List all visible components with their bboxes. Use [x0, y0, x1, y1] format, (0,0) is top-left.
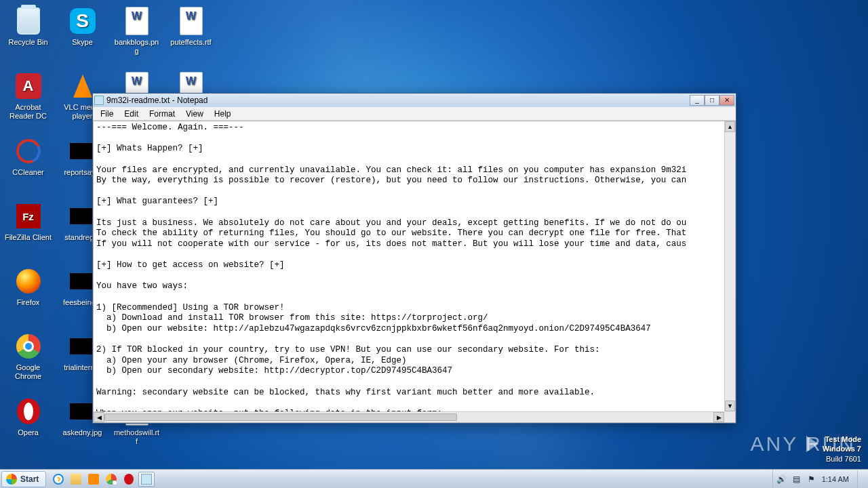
tray-sound-icon[interactable]: 🔊	[777, 474, 787, 484]
vertical-scrollbar[interactable]: ▲ ▼	[724, 121, 735, 411]
tray-network-icon[interactable]: ▤	[792, 474, 802, 484]
text-area-container: ---=== Welcome. Again. ===--- [+] Whats …	[93, 121, 736, 423]
window-title: 9m32i-readme.txt - Notepad	[106, 96, 690, 105]
notepad-window[interactable]: 9m32i-readme.txt - Notepad _ □ ✕ File Ed…	[92, 93, 736, 424]
ie-icon	[53, 474, 64, 485]
taskbar-opera[interactable]	[121, 472, 137, 487]
tray-flag-icon[interactable]: ⚑	[807, 474, 816, 484]
desktop-icon-firefox[interactable]: Firefox	[3, 263, 54, 328]
taskbar-chrome[interactable]	[103, 472, 119, 487]
menubar: File Edit Format View Help	[93, 107, 736, 121]
firefox-icon	[16, 269, 41, 293]
horizontal-scrollbar[interactable]: ◀ ▶	[94, 411, 724, 422]
desktop-icon-chrome[interactable]: Google Chrome	[3, 328, 54, 393]
menu-format[interactable]: Format	[144, 108, 180, 120]
windows-logo-icon	[6, 474, 17, 485]
menu-edit[interactable]: Edit	[119, 108, 143, 120]
taskbar-explorer[interactable]	[68, 472, 84, 487]
menu-file[interactable]: File	[96, 108, 118, 120]
desktop-icon-opera[interactable]: Opera	[3, 393, 54, 458]
start-button[interactable]: Start	[1, 471, 46, 487]
wmp-icon	[88, 474, 99, 485]
build-info: Test Mode Windows 7 Build 7601	[823, 434, 861, 464]
taskbar-notepad[interactable]	[138, 472, 155, 487]
scroll-corner	[724, 411, 735, 422]
desktop-icon-puteffects[interactable]: puteffects.rtf	[165, 3, 216, 68]
menu-help[interactable]: Help	[210, 108, 236, 120]
scroll-thumb[interactable]	[104, 413, 457, 421]
close-button[interactable]: ✕	[719, 95, 734, 106]
scroll-right-icon[interactable]: ▶	[713, 412, 724, 422]
taskbar: Start 🔊 ▤ ⚑ 1:14 AM	[0, 469, 868, 488]
window-buttons: _ □ ✕	[690, 95, 734, 106]
notepad-icon	[94, 96, 104, 105]
file-icon	[70, 273, 96, 289]
opera-icon	[17, 399, 40, 424]
show-desktop-button[interactable]	[857, 470, 864, 488]
file-icon	[70, 208, 96, 224]
vlc-icon	[73, 75, 92, 98]
folder-icon	[71, 474, 81, 485]
recycle-bin-icon	[17, 7, 40, 35]
chrome-icon	[106, 474, 117, 485]
desktop: Recycle Bin AAcrobat Reader DC CCleaner …	[0, 0, 868, 488]
text-area[interactable]: ---=== Welcome. Again. ===--- [+] Whats …	[94, 121, 724, 411]
scroll-down-icon[interactable]: ▼	[725, 401, 735, 411]
document-icon	[125, 7, 149, 35]
desktop-icon-ccleaner[interactable]: CCleaner	[3, 133, 54, 198]
taskbar-wmp[interactable]	[85, 472, 102, 487]
taskbar-ie[interactable]	[50, 472, 66, 487]
desktop-icon-skype[interactable]: SSkype	[57, 3, 108, 68]
minimize-button[interactable]: _	[690, 95, 705, 106]
tray-clock[interactable]: 1:14 AM	[822, 475, 849, 483]
play-icon	[806, 436, 818, 452]
titlebar[interactable]: 9m32i-readme.txt - Notepad _ □ ✕	[93, 94, 736, 107]
scroll-up-icon[interactable]: ▲	[725, 121, 735, 132]
menu-view[interactable]: View	[181, 108, 208, 120]
acrobat-icon: A	[16, 73, 41, 99]
notepad-icon	[141, 474, 152, 485]
desktop-icon-filezilla[interactable]: FzFileZilla Client	[3, 198, 54, 263]
file-icon	[70, 143, 96, 159]
filezilla-icon: Fz	[16, 204, 41, 228]
pinned-apps	[50, 472, 155, 487]
document-icon	[180, 7, 203, 35]
desktop-icon-acrobat[interactable]: AAcrobat Reader DC	[3, 68, 54, 133]
ccleaner-icon	[12, 136, 43, 167]
scroll-left-icon[interactable]: ◀	[94, 412, 104, 422]
maximize-button[interactable]: □	[705, 95, 719, 106]
file-icon	[70, 338, 96, 354]
chrome-icon	[16, 334, 41, 359]
desktop-icon-bankblogs[interactable]: bankblogs.png	[111, 3, 162, 68]
desktop-icon-recycle-bin[interactable]: Recycle Bin	[3, 3, 54, 68]
skype-icon: S	[70, 8, 96, 34]
file-icon	[70, 403, 96, 420]
system-tray: 🔊 ▤ ⚑ 1:14 AM	[772, 470, 868, 488]
opera-icon	[124, 474, 134, 485]
